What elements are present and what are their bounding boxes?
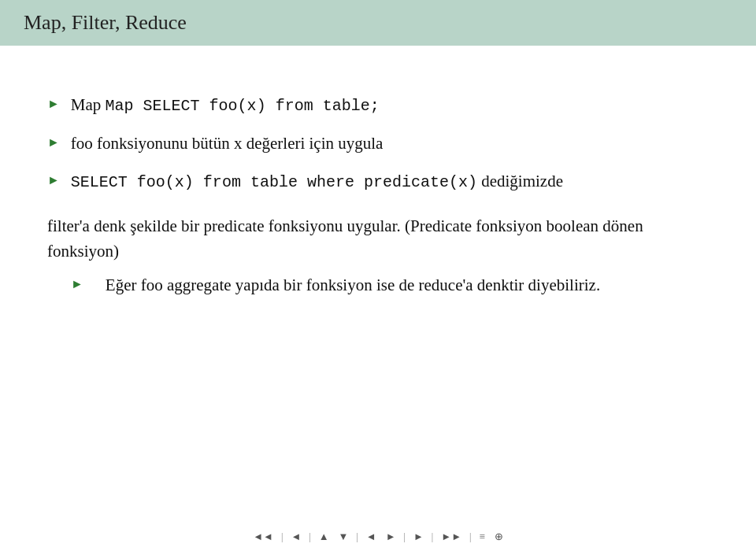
nav-zoom-button[interactable]: ⊕ xyxy=(491,529,506,545)
bullet-arrow-1: ► xyxy=(47,94,60,113)
nav-up-button[interactable]: ▲ xyxy=(316,529,332,545)
bullet-item-1: ► Map Map SELECT foo(x) from table; xyxy=(47,93,709,117)
bullet-text-3: SELECT foo(x) from table where predicate… xyxy=(71,169,709,194)
content-area: ► Map Map SELECT foo(x) from table; ► fo… xyxy=(0,46,756,551)
nav-up2-button[interactable]: ◄ xyxy=(363,529,380,545)
sub-bullet-text: Eğer foo aggregate yapıda bir fonksiyon … xyxy=(106,273,600,297)
bullet-map-code: Map SELECT foo(x) from table; xyxy=(106,97,380,115)
nav-sep-4: | xyxy=(404,531,406,543)
bullet-list: ► Map Map SELECT foo(x) from table; ► fo… xyxy=(47,93,709,208)
nav-last-button[interactable]: ►► xyxy=(438,529,465,545)
bullet-item-2: ► foo fonksiyonunu bütün x değerleri içi… xyxy=(47,131,709,155)
bullet-select-suffix: dediğimizde xyxy=(477,172,563,190)
slide: Map, Filter, Reduce ► Map Map SELECT foo… xyxy=(0,0,756,551)
nav-sep-5: | xyxy=(432,531,433,543)
slide-footer: ◄◄ | ◄ | ▲ ▼ | ◄ ► | ► | ►► | ≡ ⊕ xyxy=(0,529,756,545)
paragraph-block: filter'a denk şekilde bir predicate fonk… xyxy=(47,214,709,264)
bullet-arrow-2: ► xyxy=(47,133,60,151)
nav-down2-button[interactable]: ► xyxy=(383,529,399,545)
bullet-text-2: foo fonksiyonunu bütün x değerleri için … xyxy=(71,131,709,155)
nav-controls: ◄◄ | ◄ | ▲ ▼ | ◄ ► | ► | ►► | ≡ ⊕ xyxy=(250,529,506,545)
nav-first-button[interactable]: ◄◄ xyxy=(250,529,276,545)
nav-next-button[interactable]: ► xyxy=(410,529,427,545)
nav-sep-1: | xyxy=(281,531,283,543)
paragraph-text: filter'a denk şekilde bir predicate fonk… xyxy=(47,216,643,261)
bullet-map-label: Map xyxy=(71,95,106,114)
nav-sep-6: | xyxy=(469,531,471,543)
slide-title: Map, Filter, Reduce xyxy=(24,11,187,35)
bullet-item-3: ► SELECT foo(x) from table where predica… xyxy=(47,169,709,194)
sub-bullet-arrow: ► xyxy=(71,275,83,293)
slide-header: Map, Filter, Reduce xyxy=(0,0,756,46)
bullet-text-1: Map Map SELECT foo(x) from table; xyxy=(71,93,709,117)
nav-sep-3: | xyxy=(356,531,358,543)
nav-sep-2: | xyxy=(309,531,310,543)
bullet-select-code: SELECT foo(x) from table where predicate… xyxy=(71,173,477,191)
bullet-arrow-3: ► xyxy=(47,171,60,189)
nav-menu-button[interactable]: ≡ xyxy=(476,529,487,545)
nav-prev-button[interactable]: ◄ xyxy=(287,529,304,545)
sub-bullet-item: ► Eğer foo aggregate yapıda bir fonksiyo… xyxy=(71,273,709,297)
nav-down-button[interactable]: ▼ xyxy=(335,529,352,545)
